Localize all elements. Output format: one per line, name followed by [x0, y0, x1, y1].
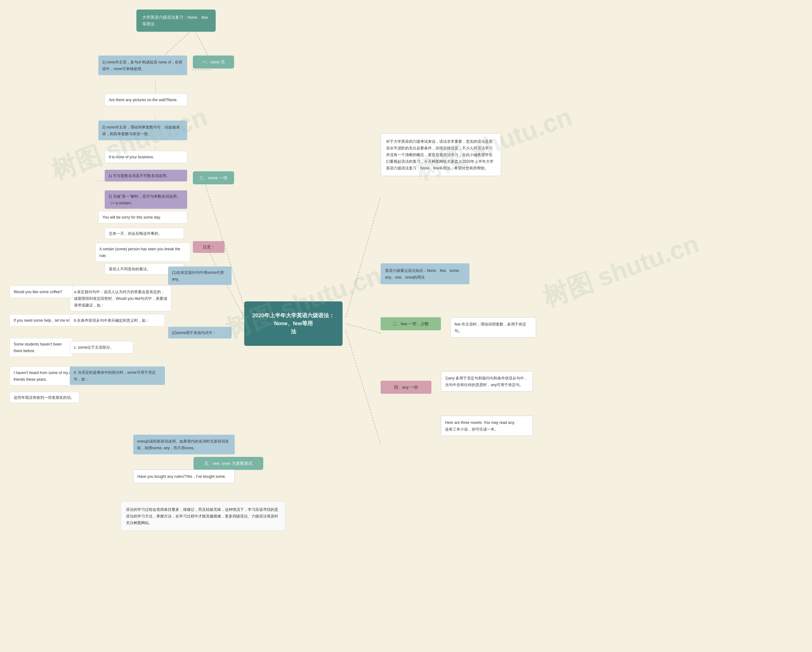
section2-label: 三、some 一些: [193, 171, 234, 184]
section1-note1: 1) none作主语，多与of 构成短语 none of，在答语中，none可单…: [98, 55, 187, 75]
section3-note4-text: c. some位于主语部分。: [74, 345, 114, 350]
svg-line-10: [346, 324, 381, 333]
section2-note1: 1) 可与复数名词及不可数名词连用。: [105, 170, 187, 182]
section6-label-text: 五、one, ones 为复数形式: [204, 461, 252, 466]
section3-ex4-text: I haven't heard from some of my old frie…: [14, 371, 74, 382]
section-note-label: 注意：: [193, 241, 224, 253]
section2-ex1-text: You will be sorry for this some day.: [102, 215, 161, 220]
section3-note2-text: a.肯定疑问句中：说话人认为对方的答案会是肯定的，或期望得到肯定回答时，Woul…: [74, 290, 167, 307]
svg-line-9: [346, 197, 381, 317]
section5-ex1: Here are three novels. You may read any.…: [441, 415, 533, 436]
section3-ex4-cn-text: 这些年我没有收到一些老朋友的信。: [14, 395, 75, 400]
section3-note4: c. some位于主语部分。: [70, 341, 133, 353]
section3-note5-text: (2)some用于其他句式中：: [172, 331, 216, 335]
section3-note1-text: (1)在肯定疑问句中用some代替any。: [172, 270, 224, 281]
section2-note2-text: 2) 当做"某一"解时，也可与单数名词连用。（= a certain）: [108, 194, 180, 205]
section-note-label-text: 注意：: [203, 244, 215, 249]
section1-note1-text: 1) none作主语，多与of 构成短语 none of，在答语中，none可单…: [102, 60, 182, 71]
section1-label-text: 一、none 无: [202, 60, 225, 64]
right-intro-text: 对于大学英语四六级考试来说，语法非常重要，坚实的语法是英语水平进阶的充分必要条件…: [386, 139, 493, 170]
section4-note: few 作主语时，谓动词用复数，多用于肯定句。: [450, 317, 536, 337]
section4-note-text: few 作主语时，谓动词用复数，多用于肯定句。: [455, 322, 526, 333]
section6-ex1: Have you bought any rulers?Yes，I've boug…: [133, 470, 235, 483]
section2-label-text: 三、some 一些: [200, 176, 227, 180]
right-intro: 对于大学英语四六级考试来说，语法非常重要，坚实的语法是英语水平进阶的充分必要条件…: [381, 133, 501, 176]
section1-ex2-text: It is none of your business.: [109, 155, 154, 159]
section5-label: 四、any 一些: [381, 381, 431, 394]
section5-note: 1)any 多用于否定句和疑问句和条件状语从句中，当句中含有任何的意思时，any…: [441, 371, 533, 391]
section2-ex1: You will be sorry for this some day.: [98, 211, 187, 223]
right-grammar: 英语六级重点语法知识：None、few、some、any、one、ones的用法: [381, 263, 469, 284]
section5-label-text: 四、any 一些: [394, 385, 418, 389]
section2-ex2-text: 总有一天，你会后悔这件事的。: [109, 231, 162, 236]
section2-note2: 2) 当做"某一"解时，也可与单数名词连用。（= a certain）: [105, 190, 187, 209]
section6-footer-text: 语法的学习过程会觉得条目繁多，很难记，而且枯燥无味，这种情况下，学习应该寻找的是…: [126, 507, 278, 525]
section2-ex4-text: 某些人不同意你的看法。: [109, 267, 151, 271]
section3-note6-text: d. 当否定的是整体中的部分时，some可用于否定句，如：: [73, 370, 156, 381]
section6-footer: 语法的学习过程会觉得条目繁多，很难记，而且枯燥无味，这种情况下，学习应该寻找的是…: [121, 501, 285, 531]
section3-note5: (2)some用于其他句式中：: [168, 327, 232, 339]
section2-ex3-text: A certain (some) person has seen you bre…: [99, 247, 180, 258]
section3-ex3: Some students haven't been there before.: [9, 338, 73, 357]
section6-note1: ones必须和形容词连用。如果替代的名词时无形容词在前，则用some, any，…: [133, 435, 235, 454]
top-title-text: 大学英语六级语法复习：None、few等用法: [142, 15, 208, 26]
section1-ex1: Are there any pictures on the wall?None.: [105, 93, 187, 106]
section3-note6: d. 当否定的是整体中的部分时，some可用于否定句，如：: [70, 366, 165, 385]
section3-note3: b.在条件状语从句中表示确定的意义时，如：: [70, 314, 165, 327]
section3-ex1-text: Would you like some coffee?: [14, 290, 62, 294]
section1-ex2: It is none of your business.: [105, 151, 187, 163]
section2-note1-text: 1) 可与复数名词及不可数名词连用。: [108, 174, 170, 178]
section3-note3-text: b.在条件状语从句中表示确定的意义时，如：: [74, 318, 150, 323]
section6-note1-text: ones必须和形容词连用。如果替代的名词时无形容词在前，则用some, any，…: [137, 439, 229, 450]
section3-note1: (1)在肯定疑问句中用some代替any。: [168, 267, 232, 285]
section5-ex1-text: Here are three novels. You may read any.…: [445, 420, 515, 432]
top-title-node: 大学英语六级语法复习：None、few等用法: [136, 9, 216, 32]
section2-ex3: A certain (some) person has seen you bre…: [95, 243, 190, 262]
section3-note2: a.肯定疑问句中：说话人认为对方的答案会是肯定的，或期望得到肯定回答时，Woul…: [70, 286, 171, 311]
section3-ex3-text: Some students haven't been there before.: [14, 342, 62, 353]
section1-note2-text: 2) none作主语，谓动词单复数均可，但如做表语，则其单复数与表语一致。: [102, 125, 180, 136]
section3-ex2-text: If you need some help，let me know.: [14, 318, 76, 323]
main-node-text: 2020年上半年大学英语六级语法：None、few等用 法: [249, 311, 337, 336]
watermark-4: 树图 shutu.cn: [538, 227, 704, 315]
main-center-node: 2020年上半年大学英语六级语法：None、few等用 法: [244, 301, 343, 346]
section5-note-text: 1)any 多用于否定句和疑问句和条件状语从句中，当句中含有任何的意思时，any…: [445, 376, 528, 387]
section4-label: 二、few 一些，少数: [381, 317, 441, 330]
section1-ex1-text: Are there any pictures on the wall?None.: [109, 98, 178, 102]
section4-label-text: 二、few 一些，少数: [393, 321, 429, 326]
section1-label: 一、none 无: [193, 55, 234, 69]
section3-ex4-cn: 这些年我没有收到一些老朋友的信。: [9, 392, 79, 403]
section3-ex4: I haven't heard from some of my old frie…: [9, 366, 79, 385]
section1-note2: 2) none作主语，谓动词单复数均可，但如做表语，则其单复数与表语一致。: [98, 121, 187, 140]
svg-line-11: [346, 330, 381, 444]
right-grammar-text: 英语六级重点语法知识：None、few、some、any、one、ones的用法: [385, 269, 463, 279]
section3-ex1: Would you like some coffee?: [9, 286, 73, 298]
section6-ex1-text: Have you bought any rulers?Yes，I've boug…: [137, 474, 226, 479]
section2-ex2: 总有一天，你会后悔这件事的。: [105, 228, 184, 239]
section6-label: 五、one, ones 为复数形式: [194, 457, 263, 470]
